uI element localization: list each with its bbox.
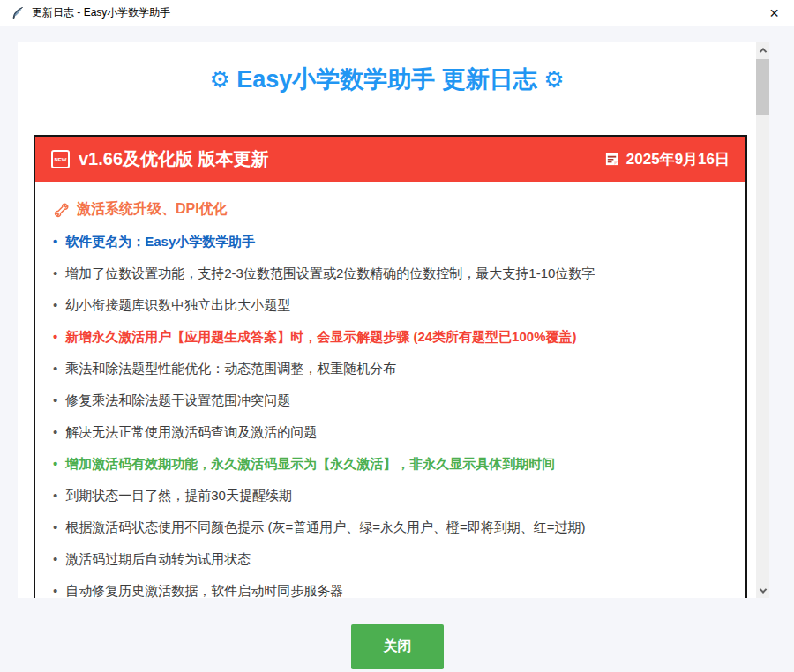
scroll-down-button[interactable] bbox=[756, 583, 769, 598]
changelog-item-text: 乘法和除法题型性能优化：动态范围调整，权重随机分布 bbox=[65, 360, 396, 377]
gear-icon: ⚙ bbox=[209, 66, 229, 93]
scrollbar-track[interactable] bbox=[756, 42, 769, 598]
bullet-icon: • bbox=[53, 519, 57, 536]
chevron-up-icon bbox=[759, 48, 766, 55]
changelog-item-text: 根据激活码状态使用不同颜色提示 (灰=普通用户、绿=永久用户、橙=即将到期、红=… bbox=[65, 519, 585, 536]
changelog-item: •增加了位数设置功能，支持2-3位数范围设置或2位数精确的位数控制，最大支持1-… bbox=[53, 265, 728, 282]
changelog-item-text: 激活码过期后自动转为试用状态 bbox=[65, 550, 251, 568]
version-card: NEW v1.66及优化版 版本更新 2025年9月16日 bbox=[34, 135, 747, 598]
bullet-icon: • bbox=[53, 265, 57, 282]
section-heading: 激活系统升级、DPI优化 bbox=[53, 199, 728, 219]
bullet-icon: • bbox=[53, 296, 57, 314]
changelog-item-text: 新增永久激活用户【应用题生成答案】时，会显示解题步骤 (24类所有题型已100%… bbox=[65, 328, 576, 346]
wrench-icon bbox=[53, 201, 70, 218]
bullet-icon: • bbox=[53, 550, 57, 568]
version-card-body: 激活系统升级、DPI优化 •软件更名为：Easy小学数学助手•增加了位数设置功能… bbox=[35, 182, 745, 598]
scroll-up-button[interactable] bbox=[756, 42, 769, 57]
changelog-item: •软件更名为：Easy小学数学助手 bbox=[53, 233, 728, 250]
gear-icon: ⚙ bbox=[543, 66, 564, 93]
section-heading-text: 激活系统升级、DPI优化 bbox=[77, 199, 228, 219]
new-badge-icon: NEW bbox=[51, 150, 70, 168]
changelog-item: •增加激活码有效期功能，永久激活码显示为【永久激活】，非永久显示具体到期时间 bbox=[53, 455, 728, 473]
changelog-item-text: 增加了位数设置功能，支持2-3位数范围设置或2位数精确的位数控制，最大支持1-1… bbox=[65, 265, 595, 282]
changelog-item: •激活码过期后自动转为试用状态 bbox=[53, 550, 728, 568]
close-dialog-button[interactable]: 关闭 bbox=[351, 624, 444, 669]
version-card-header: NEW v1.66及优化版 版本更新 2025年9月16日 bbox=[35, 137, 745, 182]
changelog-item: •到期状态一目了然，提前30天提醒续期 bbox=[53, 487, 728, 504]
bullet-icon: • bbox=[53, 423, 57, 441]
feather-app-icon bbox=[11, 6, 25, 20]
changelog-item-text: 增加激活码有效期功能，永久激活码显示为【永久激活】，非永久显示具体到期时间 bbox=[65, 455, 555, 473]
bullet-icon: • bbox=[53, 328, 57, 346]
bullet-icon: • bbox=[53, 487, 57, 504]
window-close-icon[interactable]: ✕ bbox=[754, 0, 794, 26]
window-titlebar: 更新日志 - Easy小学数学助手 ✕ bbox=[0, 0, 794, 26]
bullet-icon: • bbox=[53, 233, 57, 250]
changelog-item-text: 幼小衔接题库识数中独立出比大小题型 bbox=[65, 296, 290, 314]
changelog-item-text: 自动修复历史激活数据，软件启动时同步服务器 bbox=[65, 582, 343, 598]
bullet-icon: • bbox=[53, 360, 57, 377]
changelog-item: •自动修复历史激活数据，软件启动时同步服务器 bbox=[53, 582, 728, 598]
changelog-item: •修复乘法和除法题干设置范围冲突问题 bbox=[53, 392, 728, 409]
release-date: 2025年9月16日 bbox=[626, 149, 730, 169]
changelog-scroll-panel: ⚙ Easy小学数学助手 更新日志 ⚙ NEW v1.66及优化版 版本更新 bbox=[18, 42, 756, 598]
changelog-item-text: 软件更名为：Easy小学数学助手 bbox=[65, 233, 255, 250]
changelog-item-text: 到期状态一目了然，提前30天提醒续期 bbox=[65, 487, 292, 504]
changelog-item: •幼小衔接题库识数中独立出比大小题型 bbox=[53, 296, 728, 314]
changelog-item-text: 修复乘法和除法题干设置范围冲突问题 bbox=[65, 392, 290, 409]
changelog-item: •解决无法正常使用激活码查询及激活的问题 bbox=[53, 423, 728, 441]
bullet-icon: • bbox=[53, 455, 57, 473]
changelog-item-list: •软件更名为：Easy小学数学助手•增加了位数设置功能，支持2-3位数范围设置或… bbox=[53, 233, 728, 598]
bullet-icon: • bbox=[53, 582, 57, 598]
bullet-icon: • bbox=[53, 392, 57, 409]
changelog-item-text: 解决无法正常使用激活码查询及激活的问题 bbox=[65, 423, 317, 441]
changelog-item: •乘法和除法题型性能优化：动态范围调整，权重随机分布 bbox=[53, 360, 728, 377]
chevron-down-icon bbox=[759, 586, 766, 593]
page-title: ⚙ Easy小学数学助手 更新日志 ⚙ bbox=[18, 63, 756, 95]
version-title: v1.66及优化版 版本更新 bbox=[79, 147, 269, 171]
changelog-item: •新增永久激活用户【应用题生成答案】时，会显示解题步骤 (24类所有题型已100… bbox=[53, 328, 728, 346]
page-title-text: Easy小学数学助手 更新日志 bbox=[236, 66, 537, 93]
window-title: 更新日志 - Easy小学数学助手 bbox=[32, 5, 170, 20]
scrollbar-thumb[interactable] bbox=[756, 59, 769, 115]
calendar-icon bbox=[604, 152, 619, 167]
changelog-item: •根据激活码状态使用不同颜色提示 (灰=普通用户、绿=永久用户、橙=即将到期、红… bbox=[53, 519, 728, 536]
